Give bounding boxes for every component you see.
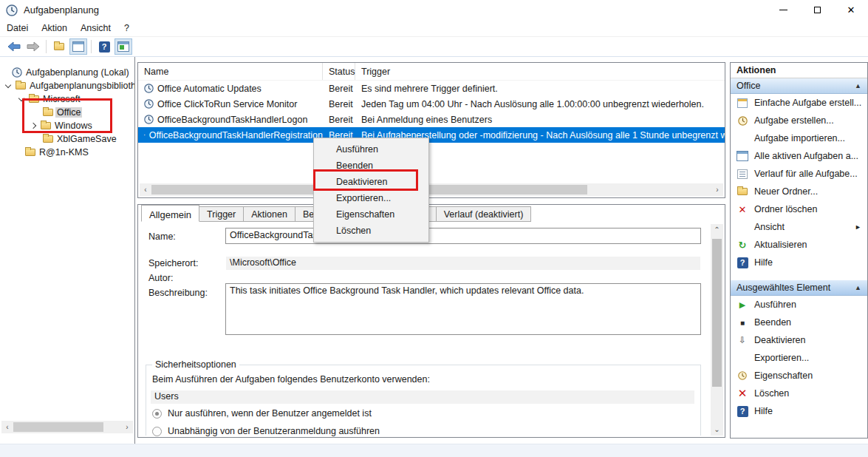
close-button[interactable]: ✕: [834, 0, 868, 20]
task-status: Bereit: [323, 99, 355, 109]
play-dot-icon: [120, 45, 124, 50]
task-list-pane: Name Status Trigger Office Automatic Upd…: [137, 62, 725, 198]
office-section-header[interactable]: Office ▲: [731, 78, 867, 94]
menu-help[interactable]: ?: [117, 21, 136, 35]
tab-verlauf[interactable]: Verlauf (deaktiviert): [437, 206, 532, 222]
action-delete-folder[interactable]: ✕ Ordner löschen: [731, 200, 867, 218]
task-scheduler-window: Aufgabenplanung ✕ Datei Aktion Ansicht ?…: [0, 0, 868, 457]
action-delete[interactable]: ✕ Löschen: [731, 385, 867, 402]
create-task-icon: [738, 116, 748, 126]
action-history-all-tasks[interactable]: Verlauf für alle Aufgabe...: [731, 165, 867, 183]
radio-row-independent[interactable]: Unabhängig von der Benutzeranmeldung aus…: [152, 426, 380, 436]
tree-item-kms[interactable]: R@1n-KMS: [0, 146, 134, 159]
menu-ansicht[interactable]: Ansicht: [74, 21, 117, 35]
action-view[interactable]: Ansicht ►: [731, 218, 867, 236]
action-label: Aktualisieren: [754, 240, 807, 250]
back-button[interactable]: [5, 38, 23, 55]
action-end[interactable]: ■ Beenden: [731, 314, 867, 331]
help-toolbar-button[interactable]: ?: [95, 38, 113, 55]
context-menu-export[interactable]: Exportieren...: [314, 190, 428, 206]
show-action-pane-button[interactable]: [115, 38, 132, 55]
column-header-status[interactable]: Status: [323, 63, 355, 80]
collapse-icon[interactable]: ▲: [855, 284, 861, 291]
show-console-tree-button[interactable]: [69, 38, 87, 55]
tree-item-root[interactable]: Aufgabenplanung (Lokal): [0, 66, 134, 79]
scroll-right-icon[interactable]: ›: [711, 183, 723, 196]
author-field-label: Autor:: [148, 273, 173, 283]
scroll-right-icon[interactable]: ›: [121, 421, 133, 433]
export-list-button[interactable]: [50, 38, 68, 55]
task-status: Bereit: [323, 84, 355, 94]
minimize-button[interactable]: [766, 0, 800, 20]
action-properties[interactable]: Eigenschaften: [731, 367, 867, 385]
toolbar-separator: [46, 40, 47, 53]
task-row[interactable]: Office Automatic Updates Bereit Es sind …: [138, 81, 725, 96]
action-label: Ausführen: [754, 299, 796, 310]
list-horizontal-scrollbar[interactable]: ‹ ›: [140, 183, 723, 196]
action-label: Aufgabe erstellen...: [754, 115, 834, 126]
forward-button[interactable]: [24, 38, 42, 55]
scroll-down-icon[interactable]: ⌄: [711, 424, 723, 436]
task-row-selected[interactable]: OfficeBackgroundTaskHandlerRegistration …: [138, 127, 725, 143]
radio-row-logged-on[interactable]: Nur ausführen, wenn der Benutzer angemel…: [152, 408, 372, 419]
location-field-label: Speicherort:: [148, 258, 198, 268]
action-show-running-tasks[interactable]: Alle aktiven Aufgaben a...: [731, 147, 867, 165]
task-clock-icon: [144, 84, 154, 93]
scroll-up-icon[interactable]: ⌃: [711, 224, 723, 236]
action-help[interactable]: ? Hilfe: [731, 254, 867, 271]
scroll-left-icon[interactable]: ‹: [1, 421, 13, 433]
action-label: Exportieren...: [754, 353, 809, 363]
action-disable[interactable]: ⇩ Deaktivieren: [731, 331, 867, 349]
action-refresh[interactable]: ↻ Aktualisieren: [731, 236, 867, 254]
context-menu-delete[interactable]: Löschen: [314, 223, 428, 239]
task-clock-icon: [144, 115, 154, 124]
action-export[interactable]: Exportieren...: [731, 349, 867, 367]
radio-selected-icon[interactable]: [152, 409, 162, 419]
column-header-name[interactable]: Name: [138, 63, 323, 80]
clock-icon: [12, 67, 22, 78]
action-help-selected[interactable]: ? Hilfe: [731, 402, 867, 420]
radio-unselected-icon[interactable]: [152, 427, 162, 436]
scrollbar-thumb[interactable]: [712, 239, 722, 387]
task-trigger: Bei Anmeldung eines Benutzers: [355, 115, 725, 125]
task-name: OfficeBackgroundTaskHandlerRegistration: [149, 130, 323, 141]
tree-horizontal-scrollbar[interactable]: ‹ ›: [1, 421, 133, 433]
tab-trigger[interactable]: Trigger: [199, 206, 244, 222]
account-value: Users: [151, 390, 694, 404]
collapse-icon[interactable]: ▲: [855, 82, 861, 89]
selected-item-section-title: Ausgewähltes Element: [737, 282, 830, 293]
action-label: Beenden: [754, 317, 791, 328]
tab-aktionen[interactable]: Aktionen: [244, 206, 295, 222]
action-new-folder[interactable]: Neuer Ordner...: [731, 183, 867, 200]
maximize-button[interactable]: [800, 0, 834, 20]
chevron-down-icon[interactable]: [5, 82, 11, 88]
disable-arrow-icon: ⇩: [739, 335, 746, 345]
tree-item-xblgamesave[interactable]: XblGameSave: [0, 132, 134, 146]
task-row[interactable]: OfficeBackgroundTaskHandlerLogon Bereit …: [138, 112, 725, 127]
action-label: Alle aktiven Aufgaben a...: [754, 151, 858, 161]
account-hint-label: Beim Ausführen der Aufgaben folgendes Be…: [152, 374, 430, 385]
action-run[interactable]: ▶ Ausführen: [731, 296, 867, 314]
title-bar: Aufgabenplanung ✕: [0, 0, 868, 20]
history-log-icon: [737, 169, 748, 179]
action-import-task[interactable]: Aufgabe importieren...: [731, 129, 867, 147]
column-header-trigger[interactable]: Trigger: [355, 63, 725, 80]
name-field-value[interactable]: OfficeBackgroundTaskHandlerRegistration: [225, 228, 701, 244]
scroll-left-icon[interactable]: ‹: [140, 183, 151, 196]
minimize-icon: [779, 10, 787, 10]
menu-aktion[interactable]: Aktion: [35, 21, 74, 35]
scrollbar-thumb[interactable]: [13, 422, 103, 432]
selected-item-section-header[interactable]: Ausgewähltes Element ▲: [731, 280, 867, 296]
tree-item-library[interactable]: Aufgabenplanungsbibliothek: [0, 79, 134, 92]
action-create-task[interactable]: Aufgabe erstellen...: [731, 112, 867, 129]
description-field-value[interactable]: This task initiates Office Background Ta…: [225, 283, 701, 335]
action-create-basic-task[interactable]: Einfache Aufgabe erstell...: [731, 94, 867, 112]
tab-allgemein[interactable]: Allgemein: [141, 205, 199, 222]
delete-x-icon: ✕: [738, 387, 748, 400]
context-menu-properties[interactable]: Eigenschaften: [314, 206, 428, 223]
menu-datei[interactable]: Datei: [0, 21, 35, 35]
task-row[interactable]: Office ClickToRun Service Monitor Bereit…: [138, 96, 725, 112]
details-vertical-scrollbar[interactable]: ⌃ ⌄: [711, 224, 723, 436]
context-menu-run[interactable]: Ausführen: [314, 141, 428, 158]
description-field-label: Beschreibung:: [148, 288, 208, 298]
